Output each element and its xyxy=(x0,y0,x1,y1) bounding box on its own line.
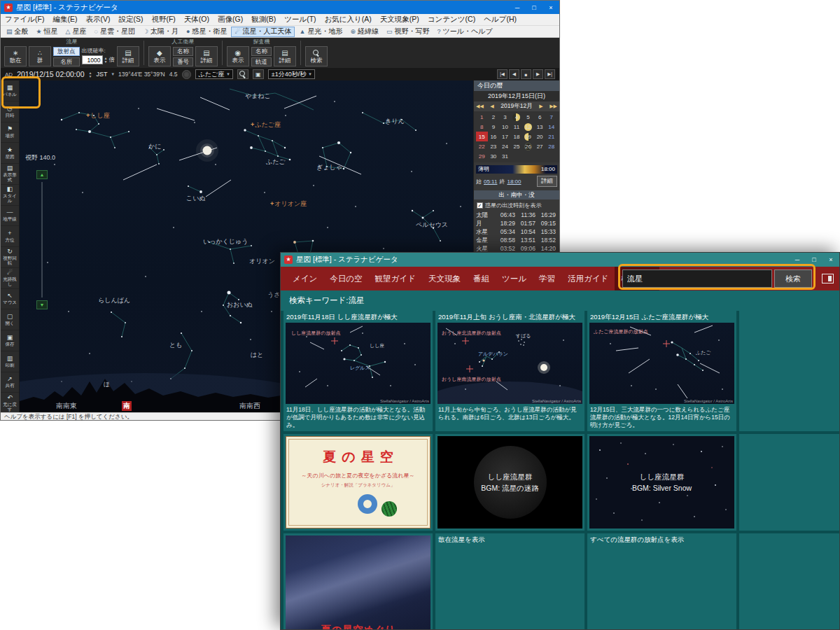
maximize-button[interactable]: □ xyxy=(526,1,542,14)
probe-show-button[interactable]: ◉表示 xyxy=(227,46,249,66)
calendar-day[interactable]: 5 xyxy=(522,112,534,122)
calendar-day[interactable]: 18 xyxy=(511,132,523,141)
sidebar-tool[interactable]: ↗ 共有 xyxy=(1,372,19,393)
calendar-day[interactable]: 29 xyxy=(476,151,488,161)
satellite-number-button[interactable]: 番号 xyxy=(173,57,193,66)
next-year-button[interactable]: ▶▶ xyxy=(550,104,557,109)
contents-menu-item[interactable]: メイン xyxy=(286,267,323,290)
location-display[interactable]: 139°44'E 35°39'N xyxy=(118,71,165,78)
calendar-day[interactable]: 31 xyxy=(499,151,511,161)
calendar-day[interactable]: 25 xyxy=(511,141,523,151)
rate-stepper[interactable]: ▲▼ xyxy=(104,57,108,63)
menu-item[interactable]: コンテンツ(C) xyxy=(424,15,479,24)
contents-menu-item[interactable]: 番組 xyxy=(467,267,496,290)
famous-spots-button[interactable]: 名所 xyxy=(53,57,80,66)
calendar-day[interactable]: 12 xyxy=(522,122,534,132)
twilight-end-time[interactable]: 18:00 xyxy=(507,178,521,185)
result-card-sporadic[interactable]: 散在流星を表示 xyxy=(435,533,584,629)
calendar-day[interactable]: 21 xyxy=(545,132,557,141)
ribbon-search-button[interactable]: 検索 xyxy=(305,46,328,66)
calendar-day[interactable]: 16 xyxy=(488,132,500,141)
result-card-summer-sky-photo[interactable]: 夏の星空めぐり xyxy=(284,533,433,629)
contents-menu-item[interactable]: ツール xyxy=(496,267,533,290)
calendar-day[interactable]: 8 xyxy=(476,122,488,132)
satellite-name-button[interactable]: 名称 xyxy=(173,47,193,56)
menu-item[interactable]: 観測(B) xyxy=(247,15,280,24)
scatter-meteors-button[interactable]: ∗散在 xyxy=(4,46,27,66)
calendar-day[interactable]: 9 xyxy=(488,122,500,132)
menu-item[interactable]: 天文現象(P) xyxy=(376,15,424,24)
menu-item[interactable]: ファイル(F) xyxy=(1,15,48,24)
title-bar[interactable]: ★ 星図 [標準] - ステラナビゲータ ─ □ × xyxy=(281,253,839,267)
calendar-day[interactable]: 4 xyxy=(511,112,523,122)
playback-button[interactable]: ▶ xyxy=(533,69,543,79)
twilight-start-time[interactable]: 05:11 xyxy=(484,178,497,185)
toolbar-tab[interactable]: ▤ 全般 xyxy=(3,27,32,37)
result-card-taurus[interactable]: 2019年11月上旬 おうし座南・北流星群が極大 おうし座北流星群の放射点おうし… xyxy=(435,311,584,431)
zoom-in-button[interactable]: ▲ xyxy=(36,170,48,179)
contents-menu-item[interactable]: 今日の空 xyxy=(323,267,368,290)
checkbox-planet-times[interactable]: ✓ xyxy=(477,202,483,209)
close-button[interactable]: × xyxy=(542,1,559,14)
sidebar-tool[interactable]: ◷ 日時 xyxy=(1,102,19,122)
sidebar-tool[interactable]: ▢ 開く xyxy=(1,309,19,330)
sidebar-tool[interactable]: ↶ 元に戻す xyxy=(1,393,19,414)
calendar-day[interactable]: 17 xyxy=(499,132,511,141)
contents-menu-item[interactable]: 天文現象 xyxy=(422,267,467,290)
calendar-day[interactable]: 27 xyxy=(534,141,546,151)
result-card-summer-program[interactable]: 夏の星空 ～天の川への旅と夏の夜空をかざる流れ星～ シナリオ・解説「プラネタリウ… xyxy=(284,434,433,531)
calendar-day[interactable]: 20 xyxy=(534,132,546,141)
datetime-stepper[interactable]: ▲▼ xyxy=(88,71,92,78)
result-card-bgm-silversnow[interactable]: しし座流星群 BGM: Silver Snow xyxy=(587,434,736,531)
calendar-day[interactable]: 10 xyxy=(499,122,511,132)
sidebar-tool[interactable]: ★ 星図 xyxy=(1,143,19,164)
playback-button[interactable]: ■ xyxy=(521,69,531,79)
calendar-day[interactable]: 11 xyxy=(511,122,523,132)
calendar-day[interactable]: 30 xyxy=(488,151,500,161)
contents-menu-item[interactable]: 学習 xyxy=(533,267,561,290)
sidebar-tool[interactable]: ☄ 光跡残し xyxy=(1,268,19,289)
satellite-show-button[interactable]: ◆表示 xyxy=(148,46,171,66)
menu-item[interactable]: 編集(E) xyxy=(48,15,81,24)
maximize-button[interactable]: □ xyxy=(806,253,822,267)
toolbar-tab[interactable]: ☽ 太陽・月 xyxy=(139,27,182,37)
panel-toggle-icon[interactable] xyxy=(822,274,834,284)
probe-detail-button[interactable]: ▤詳細 xyxy=(274,46,296,66)
menu-item[interactable]: お気に入り(A) xyxy=(321,15,376,24)
calendar-day[interactable]: 6 xyxy=(534,112,546,122)
sidebar-tool[interactable]: ⚑ 場所 xyxy=(1,122,19,144)
search-input[interactable] xyxy=(622,270,772,288)
calendar-day[interactable]: 7 xyxy=(545,112,557,122)
sidebar-tool[interactable]: ― 地平線 xyxy=(1,206,19,227)
target-select[interactable]: ふたご座▾ xyxy=(195,69,233,79)
sidebar-tool[interactable]: ▦ パネル xyxy=(1,80,19,102)
result-card-all-radiants[interactable]: すべての流星群の放射点を表示 xyxy=(587,533,736,629)
menu-item[interactable]: 視野(F) xyxy=(147,15,179,24)
view-options-icon[interactable]: ▣ xyxy=(253,69,264,79)
toolbar-tab[interactable]: ◌ 星雲・星団 xyxy=(91,27,139,37)
calendar-day[interactable]: 1 xyxy=(476,112,488,122)
prev-year-button[interactable]: ◀◀ xyxy=(476,104,484,109)
toolbar-tab[interactable]: ▲ 星光・地形 xyxy=(295,27,346,37)
calendar-day[interactable]: 2 xyxy=(488,112,500,122)
satellite-detail-button[interactable]: ▤詳細 xyxy=(195,46,218,66)
menu-item[interactable]: ツール(T) xyxy=(280,15,320,24)
meteor-detail-button[interactable]: ▤詳細 xyxy=(117,46,139,66)
playback-button[interactable]: |◀ xyxy=(497,69,507,79)
datetime-display[interactable]: 2019/12/15 02:00:00 xyxy=(17,70,84,78)
close-button[interactable]: × xyxy=(822,253,839,267)
result-card-gemini[interactable]: 2019年12月15日 ふたご座流星群が極大 ふたご座流星群の放射点ふたご St… xyxy=(587,311,736,431)
calendar-day[interactable]: 13 xyxy=(534,122,546,132)
rate-input[interactable]: 1000 xyxy=(82,55,103,64)
time-step-select[interactable]: ±1分40秒/秒▾ xyxy=(268,69,315,79)
fov-slider-track[interactable] xyxy=(41,182,43,298)
toolbar-tab[interactable]: ★ 恒星 xyxy=(33,27,62,37)
contents-menu-item[interactable]: 活用ガイド xyxy=(561,267,615,290)
playback-button[interactable]: ▶| xyxy=(545,69,555,79)
menu-item[interactable]: 設定(S) xyxy=(114,15,147,24)
playback-button[interactable]: ◀ xyxy=(509,69,519,79)
menu-item[interactable]: 天体(O) xyxy=(180,15,214,24)
prev-month-button[interactable]: ◀ xyxy=(490,104,493,109)
probe-name-button[interactable]: 名称 xyxy=(251,47,272,56)
toolbar-tab[interactable]: ⊕ 経緯線 xyxy=(346,27,382,37)
